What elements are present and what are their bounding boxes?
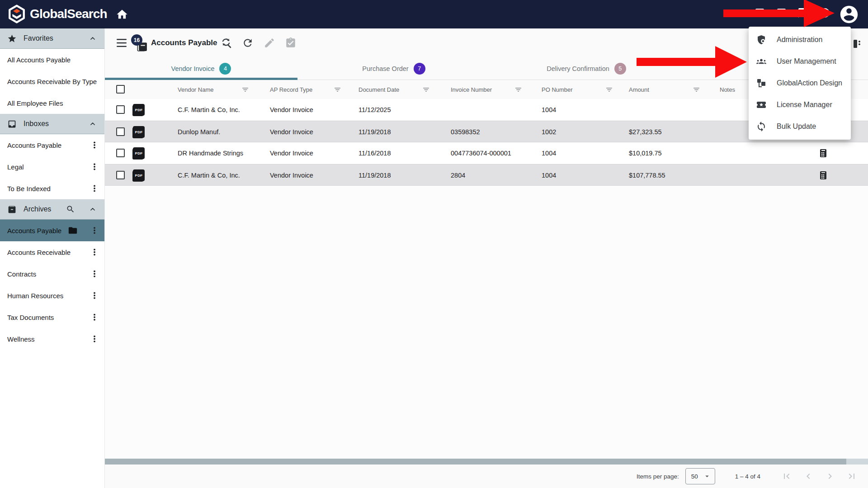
horizontal-scrollbar[interactable] <box>105 459 868 465</box>
account-dropdown-menu: Administration User Management GlobalAct… <box>749 27 851 140</box>
menu-item-globalaction-design[interactable]: GlobalAction Design <box>749 72 851 94</box>
bulk-update-icon <box>756 121 767 132</box>
pdf-document-icon[interactable]: PDF <box>133 147 145 159</box>
sidebar-item[interactable]: Accounts Receivable By Type <box>0 70 104 92</box>
cell-invoice-number: 03598352 <box>451 121 538 143</box>
column-header: AP Record Type <box>270 80 341 99</box>
menu-item-bulk-update[interactable]: Bulk Update <box>749 116 851 137</box>
filter-icon[interactable] <box>334 86 341 94</box>
kebab-menu-icon[interactable] <box>90 226 99 235</box>
sidebar-item-label: Contracts <box>7 270 36 278</box>
menu-icon[interactable] <box>116 38 127 48</box>
column-header: Vendor Name <box>178 80 249 99</box>
menu-item-administration[interactable]: Administration <box>749 29 851 51</box>
pdf-document-icon[interactable]: PDF <box>133 126 145 138</box>
archive-icon <box>7 205 17 214</box>
scrollbar-thumb[interactable] <box>105 459 846 465</box>
sidebar-item[interactable]: Legal <box>0 156 104 178</box>
previous-page-icon[interactable] <box>803 471 814 482</box>
sidebar-item[interactable]: Human Resources <box>0 285 104 306</box>
pdf-document-icon[interactable]: PDF <box>133 169 145 181</box>
column-header-label: Amount <box>629 86 649 93</box>
last-page-icon[interactable] <box>846 471 857 482</box>
account-avatar-icon[interactable] <box>839 4 859 25</box>
kebab-menu-icon[interactable] <box>90 163 99 171</box>
annotation-arrow-avatar <box>723 9 805 17</box>
tab-purchase-order[interactable]: Purchase Order 7 <box>297 57 490 80</box>
license-ticket-icon <box>756 99 767 110</box>
sidebar-item[interactable]: Accounts Payable <box>0 134 104 156</box>
table-row[interactable]: PDF C.F. Martin & Co, Inc.Vendor Invoice… <box>105 164 868 186</box>
admin-shield-icon <box>756 34 767 45</box>
document-count-badge: 16 <box>131 34 142 46</box>
filter-icon[interactable] <box>241 86 249 94</box>
filter-icon[interactable] <box>605 86 613 94</box>
filter-icon[interactable] <box>514 86 522 94</box>
page-size-select[interactable]: 50 <box>685 468 715 484</box>
cell-document-date: 11/19/2018 <box>359 121 445 143</box>
page-size-value: 50 <box>691 473 698 480</box>
menu-item-license-manager[interactable]: License Manager <box>749 94 851 116</box>
calculator-icon[interactable] <box>817 170 828 181</box>
sidebar-section-header-inboxes[interactable]: Inboxes <box>0 114 104 134</box>
chevron-up-icon[interactable] <box>89 120 96 127</box>
search-icon[interactable] <box>66 205 75 214</box>
column-header-label: Notes <box>720 86 735 93</box>
filter-icon[interactable] <box>693 86 700 94</box>
kebab-menu-icon[interactable] <box>90 270 99 278</box>
cell-amount: $107,778.55 <box>629 164 716 186</box>
refresh-search-icon[interactable] <box>220 37 232 49</box>
sidebar-item[interactable]: Accounts Receivable <box>0 241 104 263</box>
sidebar-item-label: Accounts Receivable By Type <box>7 78 97 85</box>
kebab-menu-icon[interactable] <box>90 184 99 192</box>
sidebar-item[interactable]: To Be Indexed <box>0 178 104 199</box>
tab-vendor-invoice[interactable]: Vendor Invoice 4 <box>105 57 297 80</box>
chevron-up-icon[interactable] <box>89 206 96 213</box>
kebab-menu-icon[interactable] <box>90 248 99 256</box>
view-options-icon[interactable] <box>852 38 863 49</box>
next-page-icon[interactable] <box>825 471 835 482</box>
tab-count-badge: 7 <box>414 63 425 75</box>
page-range-label: 1 – 4 of 4 <box>735 473 760 480</box>
menu-item-label: GlobalAction Design <box>777 79 842 87</box>
cell-ap-record-type: Vendor Invoice <box>270 142 357 164</box>
row-checkbox[interactable] <box>116 171 125 179</box>
sidebar-item[interactable]: Accounts Payable <box>0 220 104 241</box>
kebab-menu-icon[interactable] <box>90 335 99 343</box>
cell-document-date: 11/12/2025 <box>359 99 445 121</box>
sidebar-item-label: Legal <box>7 163 24 171</box>
edit-pencil-icon[interactable] <box>264 37 275 49</box>
cell-vendor-name: C.F. Martin & Co, Inc. <box>178 99 264 121</box>
sidebar-section-header-archives[interactable]: Archives <box>0 199 104 220</box>
sidebar-item[interactable]: All Accounts Payable <box>0 49 104 70</box>
inbox-document-count: 16 <box>133 37 151 52</box>
row-checkbox[interactable] <box>116 127 125 136</box>
menu-item-user-management[interactable]: User Management <box>749 51 851 72</box>
pdf-document-icon[interactable]: PDF <box>133 104 145 116</box>
first-page-icon[interactable] <box>781 471 792 482</box>
row-checkbox[interactable] <box>116 105 125 114</box>
calculator-icon[interactable] <box>817 148 828 159</box>
refresh-icon[interactable] <box>242 37 254 49</box>
sidebar-item-label: Tax Documents <box>7 314 54 321</box>
sidebar-item[interactable]: All Employee Files <box>0 92 104 114</box>
sidebar-item-label: To Be Indexed <box>7 185 51 192</box>
folder-icon <box>68 225 78 235</box>
select-all-checkbox[interactable] <box>116 85 125 94</box>
kebab-menu-icon[interactable] <box>90 313 99 321</box>
chevron-up-icon[interactable] <box>89 35 96 42</box>
cell-invoice-number: 2804 <box>451 164 538 186</box>
row-checkbox[interactable] <box>116 149 125 157</box>
sidebar-section-header-favorites[interactable]: Favorites <box>0 28 104 49</box>
sidebar-item[interactable]: Wellness <box>0 328 104 350</box>
table-row[interactable]: PDF DR Handmade StringsVendor Invoice11/… <box>105 142 868 164</box>
sidebar-item[interactable]: Contracts <box>0 263 104 285</box>
cell-ap-record-type: Vendor Invoice <box>270 164 357 186</box>
kebab-menu-icon[interactable] <box>90 141 99 149</box>
sidebar-item-label: Accounts Receivable <box>7 249 71 256</box>
sidebar-item[interactable]: Tax Documents <box>0 306 104 328</box>
kebab-menu-icon[interactable] <box>90 291 99 300</box>
filter-icon[interactable] <box>422 86 430 94</box>
clipboard-check-icon[interactable] <box>285 37 297 49</box>
home-icon[interactable] <box>116 8 128 21</box>
